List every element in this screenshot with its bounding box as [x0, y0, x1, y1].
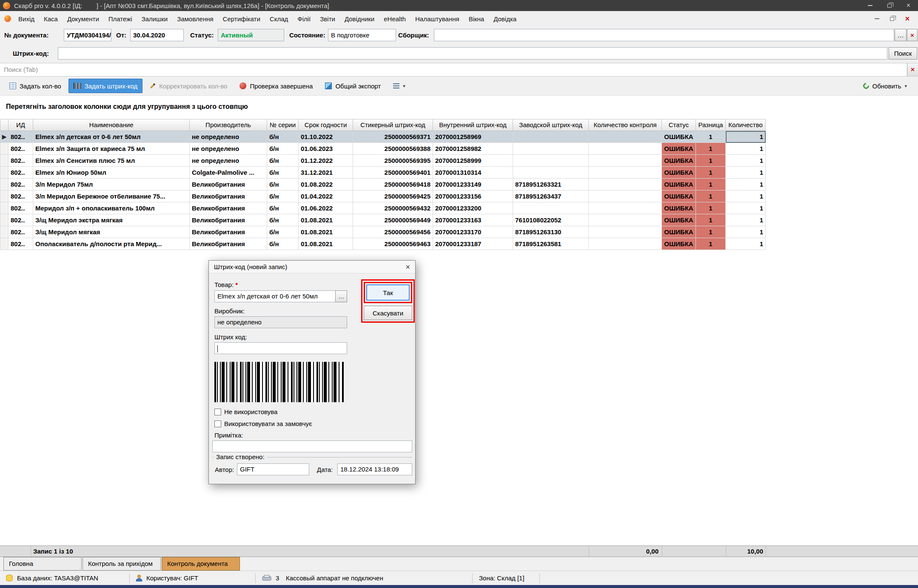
- grid-cell[interactable]: 1: [726, 214, 766, 226]
- date-field[interactable]: 18.12.2024 13:18:09: [337, 463, 412, 475]
- grid-cell[interactable]: 2500000569371: [353, 131, 433, 143]
- grid-cell[interactable]: [589, 155, 662, 167]
- note-field[interactable]: [212, 440, 412, 452]
- grid-cell[interactable]: 802..: [9, 214, 33, 226]
- grid-cell[interactable]: 8718951263321: [513, 179, 589, 190]
- grid-cell[interactable]: [513, 167, 589, 179]
- grid-cell[interactable]: 1: [726, 238, 766, 250]
- menu-item-14[interactable]: Довідка: [489, 15, 521, 23]
- grid-column-header-3[interactable]: № серии: [267, 119, 299, 131]
- grid-column-header-2[interactable]: Производитель: [190, 119, 267, 131]
- grid-cell[interactable]: З/п Меридол 75мл: [33, 179, 190, 190]
- grid-cell[interactable]: Elmex з/п Сенситив плюс 75 мл: [33, 155, 190, 167]
- grid-cell[interactable]: 1: [696, 226, 726, 238]
- grid-cell[interactable]: б/н: [267, 155, 299, 167]
- quick-search-clear-button[interactable]: ×: [907, 63, 918, 76]
- grid-cell[interactable]: б/н: [267, 190, 299, 202]
- grid-cell[interactable]: 2070001233149: [433, 179, 513, 190]
- menu-item-0[interactable]: Вихід: [14, 15, 39, 23]
- grid-cell[interactable]: 802..: [9, 143, 33, 155]
- grid-cell[interactable]: Великобритания: [190, 190, 267, 202]
- grid-cell[interactable]: 2500000569449: [353, 214, 433, 226]
- grid-cell[interactable]: не определено: [190, 131, 267, 143]
- grid-cell[interactable]: 01.10.2022: [299, 131, 353, 143]
- menu-item-1[interactable]: Каса: [39, 15, 63, 23]
- grid-cell[interactable]: Меридол з/п + ополаскиватель 100мл: [33, 202, 190, 214]
- grid-cell[interactable]: 2500000569401: [353, 167, 433, 179]
- grid-row[interactable]: 802..Elmex з/п Юниор 50млColgate-Palmoli…: [0, 167, 766, 179]
- collector-field[interactable]: [434, 29, 894, 41]
- doc-date-field[interactable]: 30.04.2020: [130, 29, 184, 41]
- grid-cell[interactable]: 01.08.2021: [299, 238, 353, 250]
- grid-cell[interactable]: 1: [696, 202, 726, 214]
- menu-item-12[interactable]: Налаштування: [411, 15, 464, 23]
- grid-cell[interactable]: ОШИБКА: [662, 143, 696, 155]
- row-selector-cell[interactable]: [0, 226, 9, 238]
- grid-cell[interactable]: [589, 143, 662, 155]
- grid-column-header-1[interactable]: Наименование: [33, 119, 190, 131]
- grid-cell[interactable]: 1: [696, 214, 726, 226]
- grid-cell[interactable]: ОШИБКА: [662, 167, 696, 179]
- row-selector-cell[interactable]: [0, 190, 9, 202]
- grid-cell[interactable]: Ополаскиватель д/полости рта Мерид...: [33, 238, 190, 250]
- row-selected-marker-icon[interactable]: ▶: [0, 131, 9, 143]
- window-close-button[interactable]: ×: [899, 0, 918, 11]
- author-field[interactable]: GIFT: [237, 463, 309, 475]
- grid-cell[interactable]: 1: [726, 190, 766, 202]
- tab-0[interactable]: Головна: [3, 557, 82, 571]
- grid-column-header-0[interactable]: ИД: [9, 119, 33, 131]
- grid-cell[interactable]: 8718951263130: [513, 226, 589, 238]
- menu-item-4[interactable]: Залишки: [137, 15, 173, 23]
- grid-cell[interactable]: [589, 214, 662, 226]
- tab-2[interactable]: Контроль документа: [162, 557, 240, 571]
- grid-cell[interactable]: не определено: [190, 143, 267, 155]
- menu-item-2[interactable]: Документи: [63, 15, 104, 23]
- product-more-button[interactable]: …: [335, 290, 347, 302]
- grid-cell[interactable]: 2070001233163: [433, 214, 513, 226]
- grid-cell[interactable]: 802..: [9, 226, 33, 238]
- grid-column-header-9[interactable]: Статус: [662, 119, 696, 131]
- grid-cell[interactable]: 01.04.2022: [299, 190, 353, 202]
- grid-cell[interactable]: 01.06.2023: [299, 143, 353, 155]
- grid-cell[interactable]: 2500000569432: [353, 202, 433, 214]
- grid-cell[interactable]: 2500000569388: [353, 143, 433, 155]
- grid-cell[interactable]: 2070001233200: [433, 202, 513, 214]
- grid-cell[interactable]: 2070001258982: [433, 143, 513, 155]
- grid-cell[interactable]: 1: [726, 202, 766, 214]
- grid-cell[interactable]: З/щ Меридол мягкая: [33, 226, 190, 238]
- grid-cell[interactable]: 2070001258999: [433, 155, 513, 167]
- grid-cell[interactable]: б/н: [267, 214, 299, 226]
- grid-column-header-6[interactable]: Внутренний штрих-код: [433, 119, 513, 131]
- mdi-minimize-button[interactable]: [870, 14, 884, 24]
- grid-column-header-5[interactable]: Стикерный штрих-код: [353, 119, 433, 131]
- mdi-restore-button[interactable]: [885, 14, 899, 24]
- grid-cell[interactable]: не определено: [190, 155, 267, 167]
- grid-cell[interactable]: Великобритания: [190, 214, 267, 226]
- menu-item-7[interactable]: Склад: [265, 15, 293, 23]
- collector-more-button[interactable]: …: [895, 29, 907, 41]
- grid-cell[interactable]: 802..: [9, 238, 33, 250]
- grid-cell[interactable]: 2070001310314: [433, 167, 513, 179]
- grid-row[interactable]: 802..З/п Меридол Бережное отбеливание 75…: [0, 190, 766, 202]
- grid-cell[interactable]: 7610108022052: [513, 214, 589, 226]
- grid-cell[interactable]: б/н: [267, 143, 299, 155]
- grid-cell[interactable]: 802..: [9, 167, 33, 179]
- check-complete-button[interactable]: Проверка завершена: [234, 79, 318, 93]
- grid-row[interactable]: 802..З/щ Меридол мягкаяВеликобританияб/н…: [0, 226, 766, 238]
- row-selector-cell[interactable]: [0, 238, 9, 250]
- grid-cell[interactable]: 802..: [9, 155, 33, 167]
- grid-cell[interactable]: [589, 226, 662, 238]
- grid-row[interactable]: 802..З/п Меридол 75млВеликобританияб/н01…: [0, 179, 766, 190]
- grid-cell[interactable]: 2070001233156: [433, 190, 513, 202]
- grid-cell[interactable]: 8718951263437: [513, 190, 589, 202]
- grid-cell[interactable]: 802..: [9, 202, 33, 214]
- row-selector-cell[interactable]: [0, 167, 9, 179]
- row-selector-cell[interactable]: [0, 179, 9, 190]
- grid-cell[interactable]: [589, 167, 662, 179]
- grid-cell[interactable]: 01.08.2021: [299, 226, 353, 238]
- grid-column-header-4[interactable]: Срок годности: [299, 119, 353, 131]
- grid-column-header-11[interactable]: Количество: [726, 119, 766, 131]
- grid-cell[interactable]: б/н: [267, 226, 299, 238]
- grid-cell[interactable]: [513, 155, 589, 167]
- grid-cell[interactable]: [589, 238, 662, 250]
